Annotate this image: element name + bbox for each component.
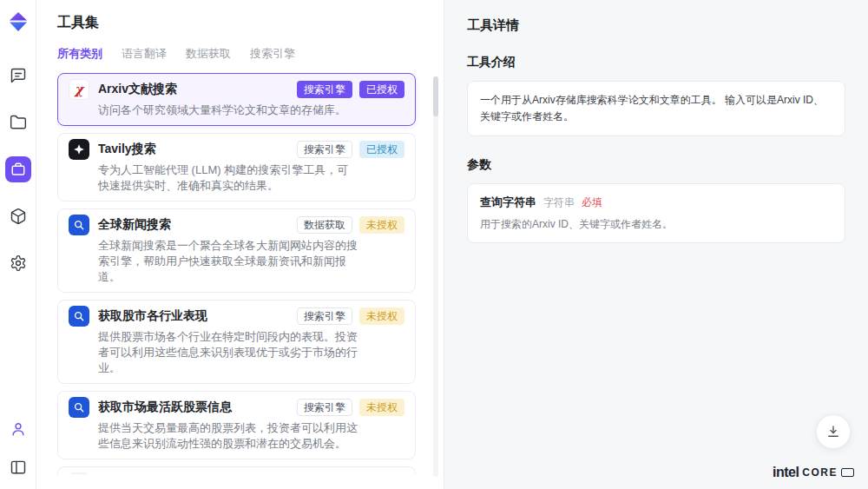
download-icon [825, 424, 841, 439]
auth-badge: 已授权 [359, 81, 404, 98]
juhe-search-icon [69, 215, 89, 235]
auth-badge: 已授权 [359, 141, 404, 158]
card-head: Tavily搜索 搜索引擎 已授权 [69, 138, 404, 161]
tab-language-translation[interactable]: 语言翻译 [122, 46, 167, 62]
tool-description: 提供股票市场各个行业在特定时间段内的表现。投资者可以利用这些信息来识别表现优于或… [98, 329, 358, 376]
tool-title: 全球新闻搜索 [98, 217, 171, 233]
download-button[interactable] [816, 414, 851, 449]
core-wordmark: CORE [802, 466, 838, 479]
tool-description: 专为人工智能代理 (LLM) 构建的搜索引擎工具，可快速提供实时、准确和真实的结… [98, 162, 358, 194]
sidebar-item-tools[interactable] [5, 156, 31, 182]
intel-wordmark: intel [773, 465, 799, 480]
sidebar-toggle-icon [10, 459, 27, 476]
sidebar-item-settings[interactable] [5, 250, 31, 276]
sidebar-item-models[interactable] [5, 203, 31, 229]
category-badge: 搜索引擎 [297, 399, 352, 416]
badges: 搜索引擎 未授权 [297, 307, 404, 325]
tool-card-sector-performance[interactable]: 获取股市各行业表现 搜索引擎 未授权 提供股票市场各个行业在特定时间段内的表现。… [57, 300, 416, 384]
tool-detail-panel: 工具详情 工具介绍 一个用于从Arxiv存储库搜索科学论文和文章的工具。 输入可… [444, 0, 868, 489]
auth-badge: 未授权 [359, 307, 404, 325]
gear-icon [10, 254, 27, 272]
sidebar-item-panel-toggle[interactable] [5, 454, 31, 480]
sidebar-bottom [5, 416, 31, 480]
badges: 搜索引擎 已授权 [297, 81, 404, 98]
tool-description: 提供当天交易量最高的股票列表，投资者可以利用这些信息来识别流动性强的股票和潜在的… [98, 420, 358, 452]
tool-title: Tavily搜索 [98, 142, 156, 157]
app-window: 工具集 所有类别 语言翻译 数据获取 搜索引擎 Arxiv文献搜索 搜索引擎 已… [0, 0, 868, 489]
tab-search-engine[interactable]: 搜索引擎 [250, 46, 295, 62]
category-tabs: 所有类别 语言翻译 数据获取 搜索引擎 [57, 46, 426, 62]
folder-icon [10, 114, 27, 131]
page-title: 工具集 [57, 14, 426, 32]
intro-section-title: 工具介绍 [467, 55, 845, 70]
auth-badge: 未授权 [359, 216, 404, 234]
juhe-search-icon [69, 306, 89, 327]
card-head: 万维地区新闻查询 搜索引擎 未授权 [69, 472, 404, 474]
tool-card-tavily[interactable]: Tavily搜索 搜索引擎 已授权 专为人工智能代理 (LLM) 构建的搜索引擎… [57, 133, 416, 202]
tool-intro-box: 一个用于从Arxiv存储库搜索科学论文和文章的工具。 输入可以是Arxiv ID… [467, 81, 845, 136]
tool-list: Arxiv文献搜索 搜索引擎 已授权 访问各个研究领域大量科学论文和文章的存储库… [57, 73, 426, 474]
tool-card-most-active-stocks[interactable]: 获取市场最活跃股票信息 搜索引擎 未授权 提供当天交易量最高的股票列表，投资者可… [57, 391, 416, 459]
param-description: 用于搜索的Arxiv ID、关键字或作者姓名。 [480, 217, 832, 232]
app-logo[interactable] [7, 10, 30, 33]
category-badge: 搜索引擎 [297, 81, 352, 98]
sidebar-item-chat[interactable] [5, 63, 31, 89]
badges: 搜索引擎 已授权 [297, 141, 404, 158]
badges: 数据获取 未授权 [297, 216, 404, 234]
sidebar [0, 0, 36, 489]
scrollbar-thumb[interactable] [433, 76, 438, 116]
sidebar-item-user[interactable] [5, 416, 31, 442]
auth-badge: 未授权 [359, 399, 404, 416]
param-box: 查询字符串 字符串 必填 用于搜索的Arxiv ID、关键字或作者姓名。 [467, 183, 845, 243]
params-section-title: 参数 [467, 157, 845, 173]
param-head: 查询字符串 字符串 必填 [480, 195, 832, 210]
tool-title: 获取股市各行业表现 [98, 308, 207, 324]
scrollbar-track[interactable] [433, 76, 438, 477]
category-badge: 搜索引擎 [297, 307, 352, 325]
tavily-icon [69, 139, 89, 160]
juhe-search-icon [69, 397, 89, 418]
tab-data-fetch[interactable]: 数据获取 [186, 46, 231, 62]
param-name: 查询字符串 [480, 195, 536, 210]
card-head: 全球新闻搜索 数据获取 未授权 [69, 214, 404, 236]
chat-icon [10, 67, 27, 84]
tool-intro-text: 一个用于从Arxiv存储库搜索科学论文和文章的工具。 输入可以是Arxiv ID… [480, 92, 832, 125]
intel-core-logo: intel CORE [773, 465, 854, 480]
core-tier-box [841, 468, 854, 477]
briefcase-icon [10, 162, 26, 177]
user-icon [10, 420, 27, 438]
tool-card-regional-news[interactable]: 万维地区新闻查询 搜索引擎 未授权 查询具体行政区划内的新闻，快速了解各地新闻动 [57, 466, 416, 474]
tool-list-panel: 工具集 所有类别 语言翻译 数据获取 搜索引擎 Arxiv文献搜索 搜索引擎 已… [36, 0, 444, 489]
sidebar-item-files[interactable] [5, 109, 31, 135]
card-head: Arxiv文献搜索 搜索引擎 已授权 [69, 78, 404, 101]
news-doc-icon [69, 472, 89, 474]
tool-card-arxiv[interactable]: Arxiv文献搜索 搜索引擎 已授权 访问各个研究领域大量科学论文和文章的存储库… [57, 73, 416, 126]
tool-description: 全球新闻搜索是一个聚合全球各大新闻网站内容的搜索引擎，帮助用户快速获取全球最新资… [98, 238, 358, 285]
tab-all-categories[interactable]: 所有类别 [57, 46, 102, 62]
tool-description: 访问各个研究领域大量科学论文和文章的存储库。 [98, 102, 358, 118]
category-badge: 搜索引擎 [297, 141, 352, 158]
tool-card-global-news[interactable]: 全球新闻搜索 数据获取 未授权 全球新闻搜索是一个聚合全球各大新闻网站内容的搜索… [57, 208, 416, 293]
tool-title: 获取市场最活跃股票信息 [98, 400, 232, 415]
param-required-badge: 必填 [582, 195, 602, 210]
sidebar-nav [5, 63, 31, 276]
tool-title: Arxiv文献搜索 [98, 82, 177, 97]
detail-title: 工具详情 [467, 17, 845, 34]
category-badge: 数据获取 [297, 216, 352, 234]
card-head: 获取市场最活跃股票信息 搜索引擎 未授权 [69, 396, 404, 419]
badges: 搜索引擎 未授权 [297, 399, 404, 416]
card-head: 获取股市各行业表现 搜索引擎 未授权 [69, 305, 404, 327]
param-type: 字符串 [543, 195, 575, 210]
arxiv-icon [69, 79, 89, 100]
cube-icon [10, 208, 27, 225]
